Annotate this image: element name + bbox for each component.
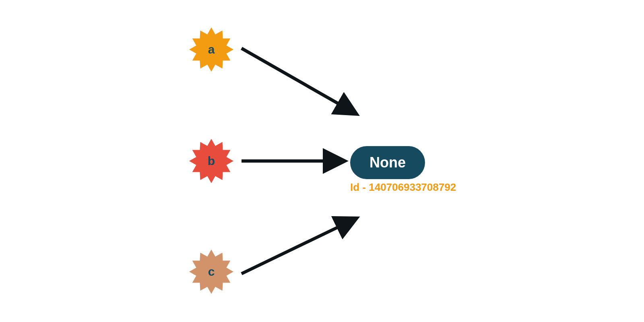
variable-badge-c: c — [189, 250, 233, 294]
arrow-c-to-target — [242, 219, 354, 274]
target-label: None — [369, 154, 406, 171]
target-capsule-none: None — [350, 146, 425, 179]
variable-badge-b: b — [189, 139, 233, 183]
target-id-text: Id - 140706933708792 — [350, 181, 456, 194]
variable-label-b: b — [208, 154, 215, 168]
arrow-a-to-target — [242, 48, 354, 113]
arrows-canvas — [0, 0, 644, 322]
variable-badge-a: a — [189, 27, 233, 72]
variable-label-a: a — [208, 43, 215, 56]
variable-label-c: c — [208, 265, 215, 279]
